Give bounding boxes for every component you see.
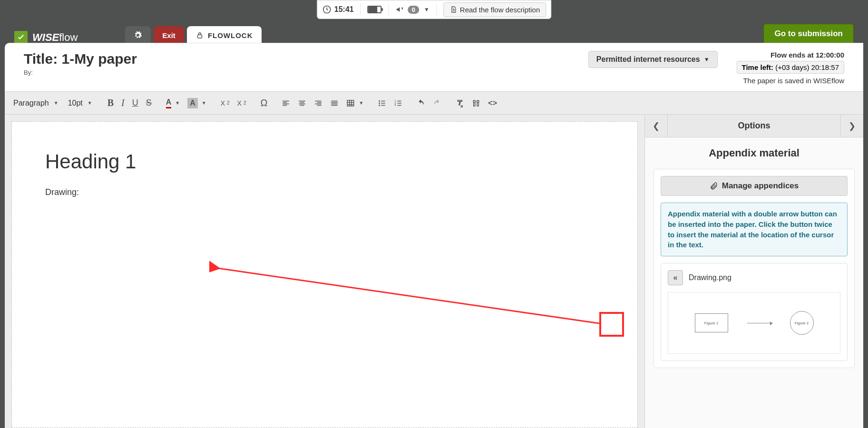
- flowlock-label: FLOWLOCK: [208, 31, 253, 39]
- clock-time: 15:41: [334, 5, 354, 14]
- brand-logo: [14, 31, 28, 44]
- clock: 15:41: [322, 5, 354, 14]
- manage-appendices-button[interactable]: Manage appendices: [661, 176, 848, 196]
- code-button[interactable]: <>: [485, 97, 500, 109]
- numbered-list-button[interactable]: 123: [391, 97, 405, 109]
- strike-button[interactable]: S: [143, 96, 155, 110]
- chevron-down-icon: ▼: [704, 56, 710, 63]
- permitted-resources-label: Permitted internet resources: [596, 55, 700, 64]
- align-left-button[interactable]: [279, 97, 293, 109]
- appendix-thumbnail[interactable]: Figure 1 Figure 2: [668, 292, 840, 354]
- brand: WISEflow: [14, 31, 78, 44]
- svg-point-2: [379, 100, 380, 102]
- style-select[interactable]: Paragraph▼: [10, 97, 62, 109]
- document-page[interactable]: Heading 1 Drawing:: [11, 121, 638, 428]
- sidebar: ❮ Options ❯ Appendix material Manage app…: [644, 115, 863, 428]
- appendix-box: Manage appendices Appendix material with…: [653, 169, 855, 368]
- figure1: Figure 1: [695, 313, 728, 332]
- redo-button[interactable]: [430, 97, 444, 109]
- permitted-resources-button[interactable]: Permitted internet resources ▼: [588, 51, 718, 68]
- time-left: Time left: (+03 days) 20:18:57: [737, 61, 844, 74]
- main-panel: Title: 1-My paper By: Permitted internet…: [5, 43, 863, 428]
- doc-body: Drawing:: [45, 187, 604, 197]
- paper-author: By:: [24, 69, 137, 76]
- paperclip-icon: [710, 182, 718, 190]
- clear-format-button[interactable]: [453, 97, 467, 109]
- notif-badge: 0: [408, 6, 419, 14]
- flow-ends: Flow ends at 12:00:00: [737, 51, 844, 59]
- highlight-button[interactable]: A▼: [185, 96, 209, 110]
- fontsize-select[interactable]: 10pt▼: [64, 97, 96, 109]
- save-status: The paper is saved in WISEflow: [737, 77, 844, 85]
- go-to-submission-button[interactable]: Go to submission: [763, 24, 854, 44]
- gear-icon: [134, 31, 142, 39]
- align-right-button[interactable]: [311, 97, 325, 109]
- options-title: Options: [668, 115, 840, 137]
- table-button[interactable]: ▼: [343, 97, 366, 109]
- flow-status: Flow ends at 12:00:00 Time left: (+03 da…: [737, 51, 844, 87]
- megaphone-icon: [396, 5, 405, 14]
- fontsize-label: 10pt: [68, 99, 83, 107]
- chevron-down-icon: ▼: [424, 6, 429, 13]
- paper-title: Title: 1-My paper: [24, 51, 137, 67]
- exit-button[interactable]: Exit: [154, 26, 184, 44]
- bullet-list-button[interactable]: [375, 97, 389, 109]
- appendix-filename: Drawing.png: [689, 273, 731, 282]
- settings-tab[interactable]: [125, 26, 151, 44]
- superscript-button[interactable]: X2: [234, 97, 249, 109]
- align-center-button[interactable]: [295, 97, 309, 109]
- align-justify-button[interactable]: [327, 97, 341, 109]
- svg-text:3: 3: [395, 104, 396, 107]
- style-label: Paragraph: [13, 99, 49, 107]
- time-left-days: (+03 days): [775, 63, 809, 71]
- doc-heading: Heading 1: [45, 150, 604, 173]
- svg-point-3: [379, 102, 380, 104]
- brand-name: WISEflow: [32, 31, 78, 44]
- lock-icon: [195, 31, 204, 39]
- manage-label: Manage appendices: [722, 181, 799, 191]
- find-button[interactable]: [469, 97, 483, 109]
- appendix-title: Appendix material: [653, 147, 855, 159]
- battery-icon: [368, 6, 382, 13]
- clock-icon: [322, 5, 332, 14]
- exit-label: Exit: [162, 31, 176, 39]
- svg-point-4: [379, 105, 380, 106]
- options-next[interactable]: ❯: [840, 115, 863, 137]
- svg-rect-1: [197, 35, 202, 38]
- figure2: Figure 2: [790, 311, 814, 335]
- editor-area[interactable]: Heading 1 Drawing:: [5, 115, 644, 428]
- document-icon: [449, 6, 457, 13]
- appendix-file: « Drawing.png Figure 1 Figure 2: [661, 263, 848, 361]
- navigation-bar: WISEflow Exit FLOWLOCK Go to submission: [14, 23, 854, 44]
- subscript-button[interactable]: X2: [218, 97, 233, 109]
- flowlock-tab[interactable]: FLOWLOCK: [187, 26, 262, 44]
- undo-button[interactable]: [414, 97, 428, 109]
- options-prev[interactable]: ❮: [645, 115, 668, 137]
- announcements[interactable]: 0 ▼: [396, 5, 429, 14]
- document-header: Title: 1-My paper By: Permitted internet…: [5, 43, 863, 91]
- editor-toolbar: Paragraph▼ 10pt▼ B I U S A▼ A▼ X2 X2 Ω ▼…: [5, 91, 863, 115]
- special-char-button[interactable]: Ω: [257, 96, 270, 110]
- appendix-info: Appendix material with a double arrow bu…: [661, 203, 848, 256]
- text-color-button[interactable]: A▼: [163, 96, 183, 110]
- read-flow-description-button[interactable]: Read the flow description: [443, 2, 546, 17]
- time-left-label: Time left:: [742, 63, 773, 71]
- bold-button[interactable]: B: [105, 96, 117, 110]
- read-flow-label: Read the flow description: [460, 6, 540, 14]
- italic-button[interactable]: I: [118, 96, 127, 110]
- time-left-clock: 20:18:57: [811, 63, 839, 71]
- underline-button[interactable]: U: [129, 96, 141, 110]
- top-status-bar: 15:41 0 ▼ Read the flow description: [317, 0, 551, 19]
- insert-appendix-button[interactable]: «: [668, 270, 683, 285]
